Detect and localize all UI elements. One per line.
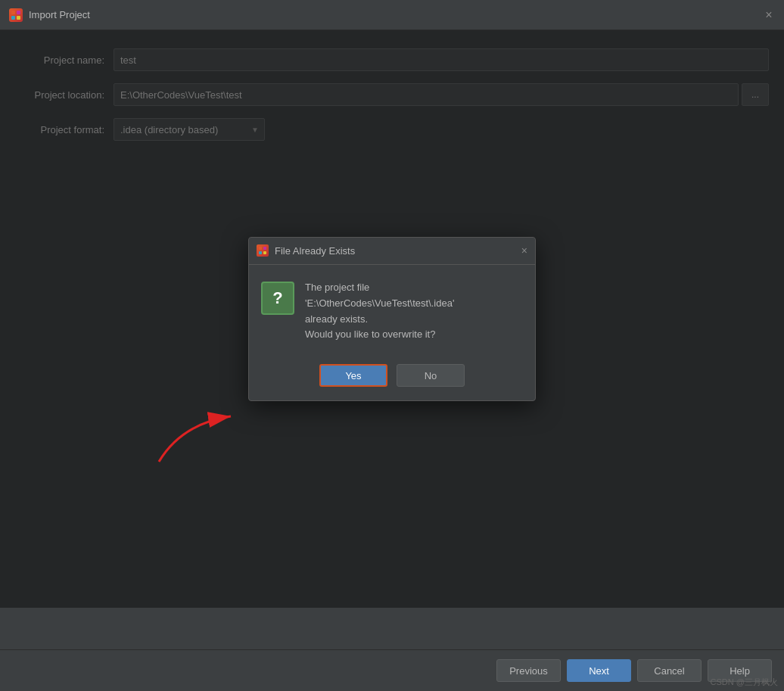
previous-button[interactable]: Previous bbox=[496, 659, 561, 682]
main-window: Import Project × Project name: Project l… bbox=[0, 0, 784, 691]
dialog-message: The project file 'E:\OtherCodes\VueTest\… bbox=[305, 280, 454, 343]
svg-rect-3 bbox=[17, 16, 20, 20]
yes-button[interactable]: Yes bbox=[319, 364, 387, 387]
app-icon bbox=[9, 8, 23, 22]
window-close-button[interactable]: × bbox=[763, 9, 775, 21]
svg-rect-0 bbox=[11, 11, 15, 14]
button-bar: Previous Next Cancel Help bbox=[0, 649, 784, 691]
cancel-button[interactable]: Cancel bbox=[637, 659, 702, 682]
arrow-annotation bbox=[151, 401, 250, 472]
svg-rect-2 bbox=[11, 16, 15, 20]
question-icon: ? bbox=[261, 282, 294, 315]
dialog-footer: Yes No bbox=[249, 358, 535, 400]
window-title: Import Project bbox=[29, 9, 763, 20]
svg-rect-1 bbox=[17, 11, 20, 14]
main-content: Project name: Project location: ... Proj… bbox=[0, 30, 784, 649]
svg-rect-7 bbox=[259, 251, 262, 254]
no-button[interactable]: No bbox=[397, 364, 465, 387]
dialog-title-bar: File Already Exists × bbox=[249, 238, 535, 265]
dialog-title: File Already Exists bbox=[275, 245, 521, 257]
svg-rect-6 bbox=[263, 247, 266, 250]
title-bar: Import Project × bbox=[0, 0, 784, 30]
next-button[interactable]: Next bbox=[567, 659, 631, 682]
file-already-exists-dialog: File Already Exists × ? The project file… bbox=[248, 237, 536, 401]
dialog-body: ? The project file 'E:\OtherCodes\VueTes… bbox=[249, 265, 535, 358]
watermark: CSDN @三月枫火 bbox=[711, 677, 778, 688]
dialog-close-button[interactable]: × bbox=[521, 244, 527, 257]
svg-rect-8 bbox=[263, 251, 266, 254]
dialog-app-icon bbox=[257, 244, 269, 257]
svg-rect-5 bbox=[259, 247, 262, 250]
dialog-overlay: File Already Exists × ? The project file… bbox=[0, 30, 784, 608]
